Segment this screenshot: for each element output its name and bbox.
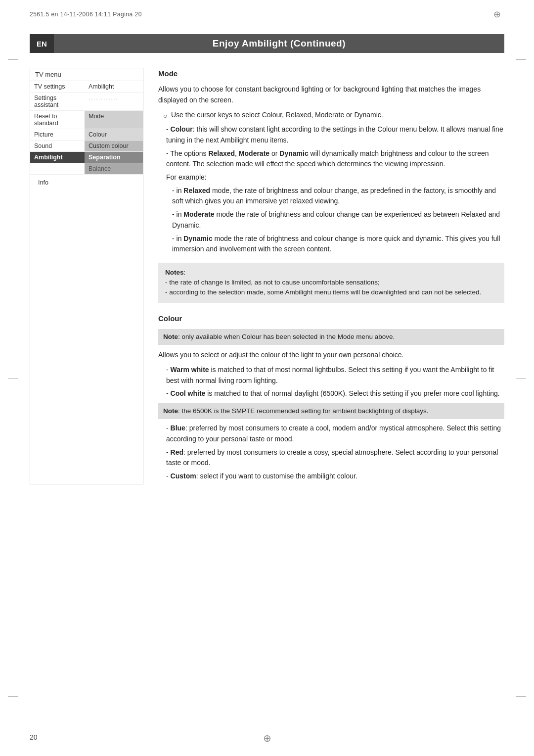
menu-row-picture: Picture Colour bbox=[30, 129, 143, 141]
colour-section: Colour Note: only available when Colour … bbox=[158, 313, 504, 482]
menu-row-tv-settings: TV settings Ambilight bbox=[30, 81, 143, 93]
mode-dash1: Colour: this will show constant light ac… bbox=[158, 124, 504, 145]
moderate-bold: Moderate bbox=[239, 149, 269, 157]
reg-mark-right-mid bbox=[516, 378, 526, 378]
colour-red: Red: preferred by most consumers to crea… bbox=[158, 447, 504, 469]
colour-section-title: Colour bbox=[158, 313, 504, 324]
menu-item-picture[interactable]: Picture bbox=[30, 129, 85, 140]
mode-section-body: Allows you to choose for constant backgr… bbox=[158, 84, 504, 255]
mode-bullet1-text: Use the cursor keys to select Colour, Re… bbox=[171, 110, 383, 122]
bullet-icon: ○ bbox=[163, 111, 168, 122]
menu-item-custom-colour[interactable]: Custom colour bbox=[85, 141, 143, 151]
mode-dash3: in Relaxed mode, the rate of brightness … bbox=[158, 186, 504, 207]
menu-item-separation[interactable]: Separation bbox=[85, 152, 143, 163]
menu-row-balance: Balance bbox=[30, 163, 143, 175]
mode-section-title: Mode bbox=[158, 68, 504, 79]
colour-custom: Custom: select if you want to customise … bbox=[158, 471, 504, 482]
menu-row-info: Info bbox=[30, 175, 143, 190]
tv-menu-panel: TV menu TV settings Ambilight Settings a… bbox=[30, 68, 143, 484]
menu-row-reset: Reset to standard Mode bbox=[30, 111, 143, 129]
reg-mark-left-bottom bbox=[8, 696, 18, 697]
notes-box: Notes: - the rate of change is limited, … bbox=[158, 263, 504, 303]
moderate-bold2: Moderate bbox=[183, 210, 214, 218]
dynamic-bold: Dynamic bbox=[279, 149, 308, 157]
note-bold: Note bbox=[163, 333, 178, 340]
warm-white-bold: Warm white bbox=[171, 366, 209, 374]
title-bar: EN Enjoy Ambilight (Continued) bbox=[30, 34, 504, 53]
main-content: TV menu TV settings Ambilight Settings a… bbox=[0, 68, 534, 484]
menu-item-info[interactable]: Info bbox=[34, 177, 89, 188]
menu-row-sound: Sound Custom colour bbox=[30, 141, 143, 152]
right-content: Mode Allows you to choose for constant b… bbox=[158, 68, 504, 484]
mode-bullet1: ○ Use the cursor keys to select Colour, … bbox=[158, 110, 504, 122]
menu-item-ambilight[interactable]: Ambilight bbox=[30, 152, 85, 163]
dynamic-bold2: Dynamic bbox=[183, 235, 212, 242]
reg-mark-left-mid bbox=[8, 378, 18, 378]
for-example: For example: bbox=[158, 172, 504, 183]
mode-para1: Allows you to choose for constant backgr… bbox=[158, 84, 504, 105]
en-badge: EN bbox=[30, 34, 54, 53]
colour-cool-white: Cool white is matched to that of normal … bbox=[158, 388, 504, 399]
page-header: 2561.5 en 14-11-2006 14:11 Pagina 20 bbox=[0, 0, 534, 24]
reg-mark-left-top bbox=[8, 59, 18, 60]
menu-item-empty bbox=[30, 163, 85, 174]
menu-item-mode[interactable]: Mode bbox=[85, 111, 143, 129]
reg-mark-right-bottom bbox=[516, 696, 526, 697]
menu-item-colour[interactable]: Colour bbox=[85, 129, 143, 140]
relaxed-bold2: Relaxed bbox=[183, 187, 210, 194]
menu-item-sound[interactable]: Sound bbox=[30, 141, 85, 151]
note2: - according to the selection made, some … bbox=[165, 288, 481, 296]
menu-item-reset[interactable]: Reset to standard bbox=[30, 111, 85, 129]
menu-title: TV menu bbox=[30, 68, 143, 81]
header-text: 2561.5 en 14-11-2006 14:11 Pagina 20 bbox=[30, 11, 142, 18]
cool-white-bold: Cool white bbox=[171, 389, 206, 397]
notes-title: Notes bbox=[165, 269, 184, 276]
menu-item-balance[interactable]: Balance bbox=[85, 163, 143, 174]
colour-bold: Colour bbox=[171, 125, 193, 133]
colour-6500k-note: Note: the 6500K is the SMPTE recommended… bbox=[158, 403, 504, 419]
blue-bold: Blue bbox=[171, 424, 185, 432]
note-bold2: Note bbox=[163, 407, 178, 415]
custom-bold: Custom bbox=[171, 472, 196, 480]
crosshair-icon bbox=[493, 9, 504, 20]
colour-blue: Blue: preferred by most consumers to cre… bbox=[158, 423, 504, 444]
colour-para1: Allows you to select or adjust the colou… bbox=[158, 350, 504, 361]
menu-item-dotted: ............ bbox=[85, 93, 143, 110]
relaxed-bold: Relaxed bbox=[208, 149, 235, 157]
page-title: Enjoy Ambilight (Continued) bbox=[54, 34, 504, 53]
reg-mark-right-top bbox=[516, 59, 526, 60]
menu-item-ambilight-val[interactable]: Ambilight bbox=[85, 81, 143, 92]
red-bold: Red bbox=[171, 448, 183, 456]
note1: - the rate of change is limited, as not … bbox=[165, 279, 380, 286]
page-number: 20 bbox=[30, 733, 38, 741]
colour-warm-white: Warm white is matched to that of most no… bbox=[158, 365, 504, 386]
menu-item-settings-assistant[interactable]: Settings assistant bbox=[30, 93, 85, 110]
menu-item-tv-settings[interactable]: TV settings bbox=[30, 81, 85, 92]
mode-dash2: The options Relaxed, Moderate or Dynamic… bbox=[158, 148, 504, 170]
mode-dash4: in Moderate mode the rate of brightness … bbox=[158, 209, 504, 231]
menu-row-ambilight: Ambilight Separation bbox=[30, 152, 143, 163]
colour-note-inline: Note: only available when Colour has bee… bbox=[158, 329, 504, 345]
menu-row-settings-assistant: Settings assistant ............ bbox=[30, 93, 143, 111]
bottom-crosshair-icon: ⊕ bbox=[263, 732, 271, 744]
mode-dash5: in Dynamic mode the rate of brightness a… bbox=[158, 234, 504, 255]
